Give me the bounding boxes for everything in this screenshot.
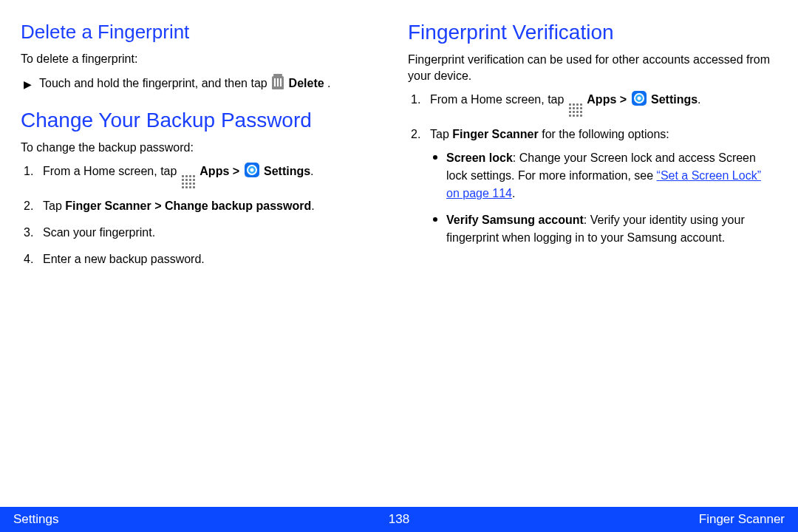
step-item: Enter a new backup password. [24, 250, 390, 268]
delete-label: Delete [289, 77, 324, 89]
text-fragment: > [616, 93, 630, 106]
step-delete-fingerprint: ▶ Touch and hold the fingerprint, and th… [21, 75, 390, 92]
text-fragment: . [324, 77, 331, 89]
text-fragment: . [310, 165, 313, 177]
option-item: Screen lock: Change your Screen lock and… [430, 149, 777, 202]
settings-label: Settings [264, 165, 310, 177]
step-text: Touch and hold the fingerprint, and then… [39, 75, 331, 92]
footer-left: Settings [13, 512, 58, 527]
footer-right: Finger Scanner [699, 512, 785, 527]
text-fragment: for the following options: [539, 128, 669, 140]
intro-delete-fingerprint: To delete a fingerprint: [21, 51, 390, 67]
trash-icon [272, 76, 284, 89]
step-item: Scan your fingerprint. [24, 224, 390, 242]
apps-grid-icon [569, 103, 582, 117]
options-list: Screen lock: Change your Screen lock and… [430, 149, 777, 247]
text-fragment: Tap [430, 128, 452, 140]
triangle-bullet-icon: ▶ [24, 77, 32, 92]
text-fragment: From a Home screen, tap [430, 93, 567, 106]
steps-fingerprint-verification: From a Home screen, tap Apps > Settings.… [408, 91, 777, 247]
manual-page: Delete a Fingerprint To delete a fingerp… [0, 0, 798, 532]
heading-change-backup-password: Change Your Backup Password [21, 109, 390, 132]
intro-fingerprint-verification: Fingerprint verification can be used for… [408, 52, 777, 83]
footer-page-number: 138 [389, 512, 409, 527]
heading-fingerprint-verification: Fingerprint Verification [408, 21, 777, 44]
option-label: Screen lock [446, 151, 513, 164]
option-label: Verify Samsung account [446, 214, 584, 226]
step-item: From a Home screen, tap Apps > Settings. [411, 91, 777, 117]
apps-label: Apps [587, 93, 616, 106]
intro-change-backup: To change the backup password: [21, 140, 390, 156]
heading-delete-fingerprint: Delete a Fingerprint [21, 21, 390, 44]
text-fragment: From a Home screen, tap [43, 165, 180, 177]
settings-gear-icon [245, 163, 259, 177]
text-fragment: Touch and hold the fingerprint, and then… [39, 77, 270, 89]
text-fragment: > [229, 165, 242, 177]
step-item: Tap Finger Scanner for the following opt… [411, 126, 777, 247]
two-column-layout: Delete a Fingerprint To delete a fingerp… [21, 21, 777, 494]
option-item: Verify Samsung account: Verify your iden… [430, 211, 777, 247]
text-fragment: . [311, 200, 314, 212]
steps-change-backup: From a Home screen, tap Apps > Settings.… [21, 163, 390, 268]
left-column: Delete a Fingerprint To delete a fingerp… [21, 21, 390, 494]
apps-label: Apps [200, 165, 229, 177]
text-fragment: Tap [43, 200, 65, 212]
text-fragment: . [698, 93, 700, 106]
text-fragment: . [512, 187, 515, 200]
step-item: Tap Finger Scanner > Change backup passw… [24, 197, 390, 215]
apps-grid-icon [182, 175, 195, 188]
settings-gear-icon [632, 91, 647, 106]
page-footer: Settings 138 Finger Scanner [0, 507, 798, 532]
step-bold: Finger Scanner > Change backup password [65, 200, 311, 212]
step-bold: Finger Scanner [452, 128, 538, 140]
right-column: Fingerprint Verification Fingerprint ver… [408, 21, 777, 494]
step-item: From a Home screen, tap Apps > Settings. [24, 163, 390, 188]
settings-label: Settings [651, 93, 698, 106]
